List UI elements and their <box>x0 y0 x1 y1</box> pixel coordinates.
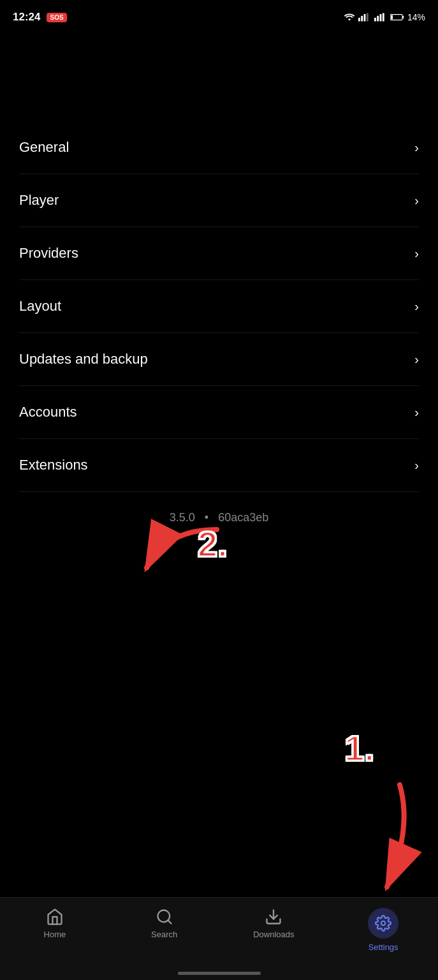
settings-item-player[interactable]: Player › <box>19 174 419 227</box>
providers-label: Providers <box>19 245 78 262</box>
nav-item-search[interactable]: Search <box>110 908 219 939</box>
battery-percent: 14% <box>407 12 425 22</box>
version-info: 3.5.0 • 60aca3eb <box>19 511 419 524</box>
bottom-nav: Home Search Downloads Settings <box>0 897 438 980</box>
annotation-arrow-1 <box>310 778 425 906</box>
svg-rect-4 <box>374 18 376 22</box>
settings-item-extensions[interactable]: Extensions › <box>19 439 419 492</box>
battery-icon <box>390 13 404 22</box>
svg-line-14 <box>168 920 171 923</box>
settings-list: General › Player › Providers › Layout › … <box>0 121 438 524</box>
home-icon <box>46 908 64 926</box>
svg-rect-10 <box>391 15 393 20</box>
settings-item-providers[interactable]: Providers › <box>19 227 419 280</box>
svg-rect-2 <box>364 14 366 21</box>
status-right: 14% <box>344 12 425 22</box>
signal-icon <box>358 13 371 22</box>
home-indicator <box>178 972 261 975</box>
settings-item-updates-backup[interactable]: Updates and backup › <box>19 333 419 386</box>
settings-nav-bg <box>368 908 398 939</box>
wifi-icon <box>344 13 355 22</box>
svg-rect-5 <box>377 16 379 22</box>
accounts-label: Accounts <box>19 404 77 420</box>
status-bar: 12:24 SOS 14% <box>0 0 438 32</box>
settings-item-general[interactable]: General › <box>19 121 419 174</box>
status-time: 12:24 <box>13 11 40 24</box>
svg-rect-7 <box>383 13 384 22</box>
search-nav-label: Search <box>151 930 177 939</box>
annotation-1-label: 1. <box>344 727 374 769</box>
downloads-icon <box>265 908 282 926</box>
extensions-chevron: › <box>414 458 419 473</box>
version-number: 3.5.0 <box>170 511 195 524</box>
svg-rect-6 <box>380 14 382 21</box>
downloads-nav-label: Downloads <box>253 930 294 939</box>
updates-backup-label: Updates and backup <box>19 351 148 368</box>
player-chevron: › <box>414 193 419 208</box>
updates-backup-chevron: › <box>414 352 419 367</box>
accounts-chevron: › <box>414 405 419 420</box>
status-left: 12:24 SOS <box>13 11 67 24</box>
general-label: General <box>19 139 69 156</box>
settings-item-layout[interactable]: Layout › <box>19 280 419 333</box>
layout-chevron: › <box>414 299 419 314</box>
settings-item-accounts[interactable]: Accounts › <box>19 386 419 439</box>
svg-rect-0 <box>358 18 360 22</box>
nav-item-settings[interactable]: Settings <box>328 908 438 952</box>
svg-point-16 <box>381 921 386 926</box>
providers-chevron: › <box>414 246 419 261</box>
svg-rect-9 <box>402 16 404 19</box>
build-hash: 60aca3eb <box>218 511 268 524</box>
annotation-arrow-2 <box>51 517 242 593</box>
nav-item-downloads[interactable]: Downloads <box>219 908 329 939</box>
extensions-label: Extensions <box>19 457 88 473</box>
settings-nav-label: Settings <box>369 942 398 952</box>
svg-rect-1 <box>361 16 363 22</box>
home-nav-label: Home <box>44 930 66 939</box>
search-icon <box>156 908 173 926</box>
annotation-2-label: 2. <box>198 523 228 565</box>
nav-item-home[interactable]: Home <box>0 908 110 939</box>
player-label: Player <box>19 192 59 209</box>
version-separator: • <box>205 511 208 524</box>
svg-rect-3 <box>367 13 369 22</box>
general-chevron: › <box>414 140 419 155</box>
sos-badge: SOS <box>47 13 66 22</box>
layout-label: Layout <box>19 298 61 315</box>
signal2-icon <box>374 13 387 22</box>
